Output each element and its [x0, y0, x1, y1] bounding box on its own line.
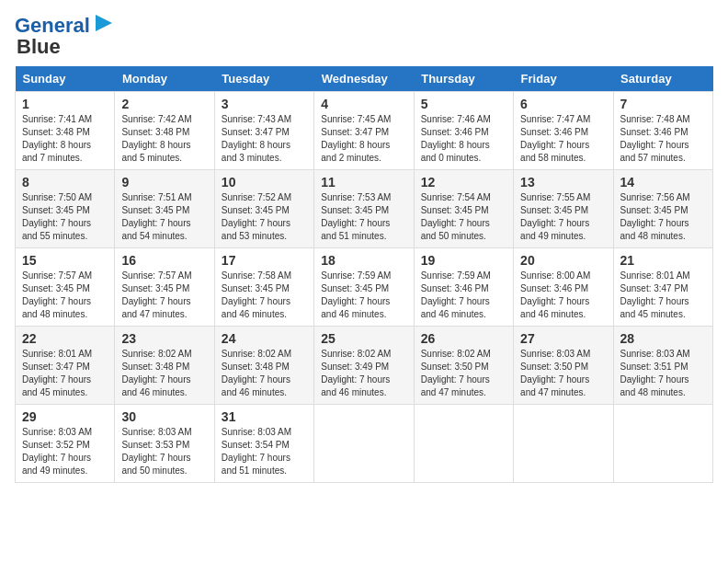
day-info: Sunrise: 7:45 AM Sunset: 3:47 PM Dayligh…	[321, 113, 406, 165]
day-info: Sunrise: 7:56 AM Sunset: 3:45 PM Dayligh…	[620, 191, 706, 243]
day-number: 1	[22, 97, 108, 111]
week-row: 15Sunrise: 7:57 AM Sunset: 3:45 PM Dayli…	[16, 248, 713, 327]
calendar-cell	[314, 405, 414, 483]
calendar-cell: 12Sunrise: 7:54 AM Sunset: 3:45 PM Dayli…	[414, 170, 513, 248]
logo-blue: Blue	[17, 35, 61, 59]
day-info: Sunrise: 8:02 AM Sunset: 3:49 PM Dayligh…	[321, 348, 406, 399]
calendar-cell: 27Sunrise: 8:03 AM Sunset: 3:50 PM Dayli…	[514, 327, 613, 405]
calendar-table: SundayMondayTuesdayWednesdayThursdayFrid…	[15, 66, 713, 483]
day-number: 31	[222, 409, 307, 424]
day-info: Sunrise: 7:57 AM Sunset: 3:45 PM Dayligh…	[121, 270, 207, 321]
day-number: 4	[321, 97, 406, 111]
day-info: Sunrise: 7:52 AM Sunset: 3:45 PM Dayligh…	[222, 191, 307, 243]
calendar-cell	[514, 405, 613, 483]
col-header-saturday: Saturday	[613, 66, 712, 92]
day-number: 16	[121, 253, 207, 268]
day-info: Sunrise: 8:01 AM Sunset: 3:47 PM Dayligh…	[22, 348, 108, 399]
logo-text: General	[15, 16, 90, 36]
calendar-cell: 6Sunrise: 7:47 AM Sunset: 3:46 PM Daylig…	[514, 92, 613, 170]
day-number: 17	[222, 253, 307, 268]
calendar-cell: 9Sunrise: 7:51 AM Sunset: 3:45 PM Daylig…	[115, 170, 214, 248]
day-number: 20	[520, 253, 606, 268]
day-number: 18	[321, 253, 406, 268]
day-number: 7	[620, 97, 706, 111]
col-header-sunday: Sunday	[16, 66, 115, 92]
day-info: Sunrise: 7:50 AM Sunset: 3:45 PM Dayligh…	[22, 191, 108, 243]
day-number: 3	[222, 97, 307, 111]
calendar-cell: 4Sunrise: 7:45 AM Sunset: 3:47 PM Daylig…	[314, 92, 414, 170]
day-info: Sunrise: 8:03 AM Sunset: 3:51 PM Dayligh…	[620, 348, 706, 399]
week-row: 8Sunrise: 7:50 AM Sunset: 3:45 PM Daylig…	[16, 170, 713, 248]
day-number: 12	[421, 175, 506, 190]
svg-marker-0	[96, 15, 112, 31]
day-info: Sunrise: 7:54 AM Sunset: 3:45 PM Dayligh…	[421, 191, 506, 243]
calendar-cell: 29Sunrise: 8:03 AM Sunset: 3:52 PM Dayli…	[16, 405, 115, 483]
col-header-thursday: Thursday	[414, 66, 513, 92]
day-number: 14	[620, 175, 706, 190]
day-info: Sunrise: 8:00 AM Sunset: 3:46 PM Dayligh…	[520, 270, 606, 321]
calendar-cell: 18Sunrise: 7:59 AM Sunset: 3:45 PM Dayli…	[314, 248, 414, 327]
day-number: 13	[520, 175, 606, 190]
week-row: 29Sunrise: 8:03 AM Sunset: 3:52 PM Dayli…	[16, 405, 713, 483]
day-number: 27	[520, 331, 606, 346]
calendar-cell: 1Sunrise: 7:41 AM Sunset: 3:48 PM Daylig…	[16, 92, 115, 170]
calendar-cell: 14Sunrise: 7:56 AM Sunset: 3:45 PM Dayli…	[613, 170, 712, 248]
day-info: Sunrise: 8:03 AM Sunset: 3:52 PM Dayligh…	[22, 426, 108, 477]
day-number: 2	[121, 97, 207, 111]
col-header-monday: Monday	[115, 66, 214, 92]
day-number: 21	[620, 253, 706, 268]
week-row: 1Sunrise: 7:41 AM Sunset: 3:48 PM Daylig…	[16, 92, 713, 170]
week-row: 22Sunrise: 8:01 AM Sunset: 3:47 PM Dayli…	[16, 327, 713, 405]
calendar-cell: 20Sunrise: 8:00 AM Sunset: 3:46 PM Dayli…	[514, 248, 613, 327]
day-info: Sunrise: 7:41 AM Sunset: 3:48 PM Dayligh…	[22, 113, 108, 165]
calendar-cell: 28Sunrise: 8:03 AM Sunset: 3:51 PM Dayli…	[613, 327, 712, 405]
calendar-cell: 15Sunrise: 7:57 AM Sunset: 3:45 PM Dayli…	[16, 248, 115, 327]
day-info: Sunrise: 7:55 AM Sunset: 3:45 PM Dayligh…	[520, 191, 606, 243]
day-info: Sunrise: 7:59 AM Sunset: 3:46 PM Dayligh…	[421, 270, 506, 321]
calendar-cell: 31Sunrise: 8:03 AM Sunset: 3:54 PM Dayli…	[214, 405, 313, 483]
calendar-cell: 22Sunrise: 8:01 AM Sunset: 3:47 PM Dayli…	[16, 327, 115, 405]
day-info: Sunrise: 8:03 AM Sunset: 3:53 PM Dayligh…	[121, 426, 207, 477]
calendar-cell: 19Sunrise: 7:59 AM Sunset: 3:46 PM Dayli…	[414, 248, 513, 327]
calendar-cell: 11Sunrise: 7:53 AM Sunset: 3:45 PM Dayli…	[314, 170, 414, 248]
col-header-tuesday: Tuesday	[214, 66, 313, 92]
logo-arrow-icon	[94, 13, 114, 33]
calendar-cell: 24Sunrise: 8:02 AM Sunset: 3:48 PM Dayli…	[214, 327, 313, 405]
day-number: 15	[22, 253, 108, 268]
day-number: 8	[22, 175, 108, 190]
calendar-cell: 30Sunrise: 8:03 AM Sunset: 3:53 PM Dayli…	[115, 405, 214, 483]
calendar-cell	[414, 405, 513, 483]
calendar-cell: 2Sunrise: 7:42 AM Sunset: 3:48 PM Daylig…	[115, 92, 214, 170]
day-number: 5	[421, 97, 506, 111]
day-number: 9	[121, 175, 207, 190]
day-info: Sunrise: 7:53 AM Sunset: 3:45 PM Dayligh…	[321, 191, 406, 243]
calendar-cell: 3Sunrise: 7:43 AM Sunset: 3:47 PM Daylig…	[214, 92, 313, 170]
header: General Blue	[15, 15, 713, 59]
day-info: Sunrise: 8:01 AM Sunset: 3:47 PM Dayligh…	[620, 270, 706, 321]
day-number: 25	[321, 331, 406, 346]
calendar-cell: 5Sunrise: 7:46 AM Sunset: 3:46 PM Daylig…	[414, 92, 513, 170]
day-info: Sunrise: 7:59 AM Sunset: 3:45 PM Dayligh…	[321, 270, 406, 321]
day-info: Sunrise: 8:03 AM Sunset: 3:50 PM Dayligh…	[520, 348, 606, 399]
day-number: 29	[22, 409, 108, 424]
day-number: 23	[121, 331, 207, 346]
day-number: 19	[421, 253, 506, 268]
calendar-cell: 16Sunrise: 7:57 AM Sunset: 3:45 PM Dayli…	[115, 248, 214, 327]
day-number: 28	[620, 331, 706, 346]
day-info: Sunrise: 7:47 AM Sunset: 3:46 PM Dayligh…	[520, 113, 606, 165]
day-number: 24	[222, 331, 307, 346]
logo: General Blue	[15, 15, 114, 59]
day-info: Sunrise: 7:57 AM Sunset: 3:45 PM Dayligh…	[22, 270, 108, 321]
day-number: 22	[22, 331, 108, 346]
day-number: 30	[121, 409, 207, 424]
day-info: Sunrise: 8:02 AM Sunset: 3:48 PM Dayligh…	[222, 348, 307, 399]
day-number: 6	[520, 97, 606, 111]
col-header-friday: Friday	[514, 66, 613, 92]
day-info: Sunrise: 8:02 AM Sunset: 3:48 PM Dayligh…	[121, 348, 207, 399]
calendar-cell: 13Sunrise: 7:55 AM Sunset: 3:45 PM Dayli…	[514, 170, 613, 248]
calendar-cell: 23Sunrise: 8:02 AM Sunset: 3:48 PM Dayli…	[115, 327, 214, 405]
calendar-cell: 26Sunrise: 8:02 AM Sunset: 3:50 PM Dayli…	[414, 327, 513, 405]
day-info: Sunrise: 8:02 AM Sunset: 3:50 PM Dayligh…	[421, 348, 506, 399]
calendar-cell: 17Sunrise: 7:58 AM Sunset: 3:45 PM Dayli…	[214, 248, 313, 327]
calendar-cell: 21Sunrise: 8:01 AM Sunset: 3:47 PM Dayli…	[613, 248, 712, 327]
